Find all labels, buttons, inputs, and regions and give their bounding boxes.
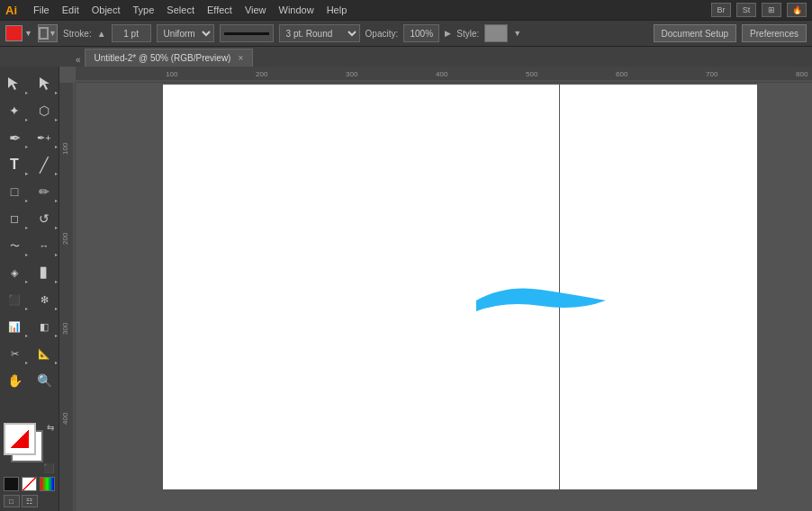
- menu-help[interactable]: Help: [327, 4, 347, 15]
- artboard: [163, 85, 757, 489]
- stroke-color-swatch[interactable]: ▼: [38, 24, 58, 42]
- opacity-value-input[interactable]: [403, 24, 439, 42]
- graph-tool[interactable]: ▊▸: [30, 259, 59, 286]
- tab-bar: « Untitled-2* @ 50% (RGB/Preview) ×: [0, 47, 812, 67]
- fill-color[interactable]: [5, 25, 23, 41]
- warp-tool[interactable]: 〜▸: [0, 232, 30, 259]
- preferences-button[interactable]: Preferences: [742, 24, 807, 42]
- foreground-color-swatch[interactable]: [4, 423, 36, 455]
- menu-file[interactable]: File: [33, 4, 50, 15]
- flame-icon[interactable]: 🔥: [787, 3, 807, 17]
- ai-logo: Ai: [5, 4, 17, 17]
- svg-text:400: 400: [61, 412, 69, 425]
- eraser-tool[interactable]: ◻▸: [0, 205, 30, 232]
- line-tool[interactable]: ╱▸: [30, 151, 59, 178]
- fill-swatch[interactable]: ▼: [5, 24, 32, 42]
- document-tab[interactable]: Untitled-2* @ 50% (RGB/Preview) ×: [85, 49, 254, 67]
- tool-row-7: 〜▸ ↔▸: [0, 232, 59, 259]
- color-swatches: ⇆ ⬛: [4, 423, 54, 473]
- svg-text:700: 700: [706, 70, 718, 78]
- document-setup-button[interactable]: Document Setup: [654, 24, 737, 42]
- title-bar: Ai File Edit Object Type Select Effect V…: [0, 0, 812, 20]
- color-mode-fill[interactable]: [4, 477, 19, 491]
- shaper-tool[interactable]: ◈▸: [0, 259, 30, 286]
- measure-tool[interactable]: 📐▸: [30, 340, 59, 367]
- color-guide-icon[interactable]: ☷: [22, 495, 38, 507]
- menu-select[interactable]: Select: [167, 4, 194, 15]
- svg-text:300: 300: [61, 322, 69, 335]
- swap-colors-icon[interactable]: ⇆: [47, 423, 54, 433]
- swatches-icon[interactable]: □: [4, 495, 20, 507]
- rotate-tool[interactable]: ↺▸: [30, 205, 59, 232]
- tool-row-9: ⬛▸ ❇▸: [0, 286, 59, 313]
- pen-tool[interactable]: ✒▸: [0, 124, 30, 151]
- tool-row-6: ◻▸ ↺▸: [0, 205, 59, 232]
- tab-title: Untitled-2* @ 50% (RGB/Preview): [95, 53, 231, 63]
- menu-window[interactable]: Window: [279, 4, 314, 15]
- add-anchor-tool[interactable]: ✒+▸: [30, 124, 59, 151]
- menu-edit[interactable]: Edit: [62, 4, 79, 15]
- magic-wand-tool[interactable]: ✦▸: [0, 97, 30, 124]
- right-icons: Br St ⊞ 🔥: [711, 3, 807, 17]
- tool-row-12: ✋ 🔍: [0, 367, 59, 394]
- svg-text:300: 300: [346, 70, 358, 78]
- tool-row-2: ✦▸ ⬡▸: [0, 97, 59, 124]
- menu-object[interactable]: Object: [92, 4, 121, 15]
- menu-view[interactable]: View: [245, 4, 266, 15]
- pencil-tool[interactable]: ✏▸: [30, 178, 59, 205]
- svg-text:100: 100: [166, 70, 178, 78]
- svg-text:100: 100: [61, 142, 69, 155]
- artboard-tool[interactable]: ◧▸: [30, 313, 59, 340]
- color-mode-gradient[interactable]: [40, 477, 55, 491]
- tab-close-button[interactable]: ×: [238, 53, 243, 63]
- text-tool[interactable]: T▸: [0, 151, 30, 178]
- style-swatch[interactable]: [484, 24, 508, 42]
- default-colors-icon[interactable]: ⬛: [43, 463, 54, 473]
- zoom-tool[interactable]: 🔍: [30, 367, 59, 394]
- lasso-tool[interactable]: ⬡▸: [30, 97, 59, 124]
- blend-tool[interactable]: ⬛▸: [0, 286, 30, 313]
- tool-row-4: T▸ ╱▸: [0, 151, 59, 178]
- ruler-vertical: 100 200 300 400: [59, 83, 76, 511]
- stroke-line-preview: [220, 24, 274, 42]
- tab-scroll-left[interactable]: «: [72, 53, 85, 67]
- stock-icon[interactable]: St: [736, 3, 756, 17]
- stroke-value-input[interactable]: [112, 24, 151, 42]
- options-bar: ▼ ▼ Stroke: ▲ Uniform 3 pt. Round Opacit…: [0, 20, 812, 47]
- opacity-label: Opacity:: [365, 29, 399, 39]
- column-graph-tool[interactable]: 📊▸: [0, 313, 30, 340]
- stroke-label: Stroke:: [63, 29, 92, 39]
- bridge-icon[interactable]: Br: [711, 3, 731, 17]
- scale-tool[interactable]: ↔▸: [30, 232, 59, 259]
- color-mode-none[interactable]: [22, 477, 37, 491]
- svg-text:400: 400: [436, 70, 448, 78]
- menu-effect[interactable]: Effect: [207, 4, 232, 15]
- workspace-icon[interactable]: ⊞: [762, 3, 781, 17]
- opacity-arrow[interactable]: ▶: [445, 29, 451, 38]
- rectangle-tool[interactable]: □▸: [0, 178, 30, 205]
- slice-tool[interactable]: ✂▸: [0, 340, 30, 367]
- svg-marker-0: [8, 77, 18, 90]
- stroke-size-select[interactable]: 3 pt. Round: [279, 24, 360, 42]
- stroke-type-select[interactable]: Uniform: [157, 24, 214, 42]
- tool-row-11: ✂▸ 📐▸: [0, 340, 59, 367]
- svg-text:500: 500: [526, 70, 538, 78]
- style-label: Style:: [456, 29, 479, 39]
- selection-tool[interactable]: ▸: [0, 70, 30, 97]
- svg-text:200: 200: [256, 70, 268, 78]
- svg-marker-1: [40, 77, 50, 90]
- main-area: ▸ ▸ ✦▸ ⬡▸ ✒▸ ✒+▸ T▸ ╱▸ □▸ ✏▸ ◻▸ ↺▸ 〜: [0, 67, 812, 511]
- color-panel: ⇆ ⬛ □ ☷: [0, 419, 59, 511]
- ruler-horizontal: 100 200 300 400 500 600 700 800: [76, 67, 812, 83]
- symbol-sprayer-tool[interactable]: ❇▸: [30, 286, 59, 313]
- style-arrow[interactable]: ▼: [513, 29, 521, 38]
- tool-row-5: □▸ ✏▸: [0, 178, 59, 205]
- svg-text:800: 800: [796, 70, 808, 78]
- menu-type[interactable]: Type: [133, 4, 155, 15]
- tool-row-3: ✒▸ ✒+▸: [0, 124, 59, 151]
- svg-text:600: 600: [616, 70, 628, 78]
- hand-tool[interactable]: ✋: [0, 367, 30, 394]
- svg-text:200: 200: [61, 232, 69, 245]
- stroke-up-arrow[interactable]: ▲: [97, 29, 106, 39]
- direct-selection-tool[interactable]: ▸: [30, 70, 59, 97]
